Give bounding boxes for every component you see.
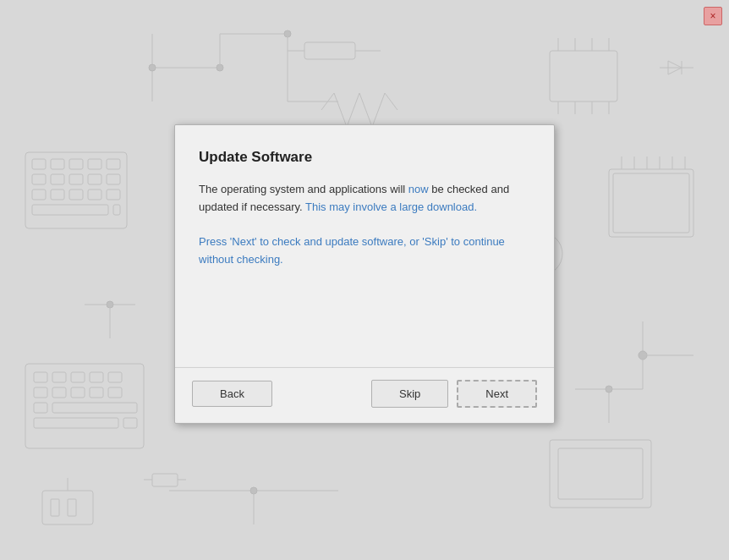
dialog-body: The operating system and applications wi… xyxy=(199,181,530,269)
body-hint: Press 'Next' to check and update softwar… xyxy=(199,235,505,266)
body-highlight-will: now xyxy=(408,183,429,195)
dialog-content: Update Software The operating system and… xyxy=(175,125,554,367)
body-highlight-download: This may involve a large download. xyxy=(305,200,477,213)
skip-button[interactable]: Skip xyxy=(371,380,448,408)
svg-point-90 xyxy=(606,386,612,393)
next-button[interactable]: Next xyxy=(457,380,537,408)
button-right-group: Skip Next xyxy=(371,380,537,408)
svg-point-36 xyxy=(149,64,156,71)
dialog-box: Update Software The operating system and… xyxy=(174,124,555,424)
close-icon: × xyxy=(710,10,715,22)
dialog-footer: Back Skip Next xyxy=(175,367,554,423)
body-text-1: The operating system and applications wi… xyxy=(199,183,408,195)
body-paragraph-1: The operating system and applications wi… xyxy=(199,181,530,217)
dialog-title: Update Software xyxy=(199,149,530,166)
back-button[interactable]: Back xyxy=(192,381,272,407)
dialog-spacer xyxy=(199,283,530,350)
body-paragraph-2: Press 'Next' to check and update softwar… xyxy=(199,233,530,269)
close-button[interactable]: × xyxy=(704,7,722,25)
main-window: × Update Software The operating system a… xyxy=(0,0,729,560)
